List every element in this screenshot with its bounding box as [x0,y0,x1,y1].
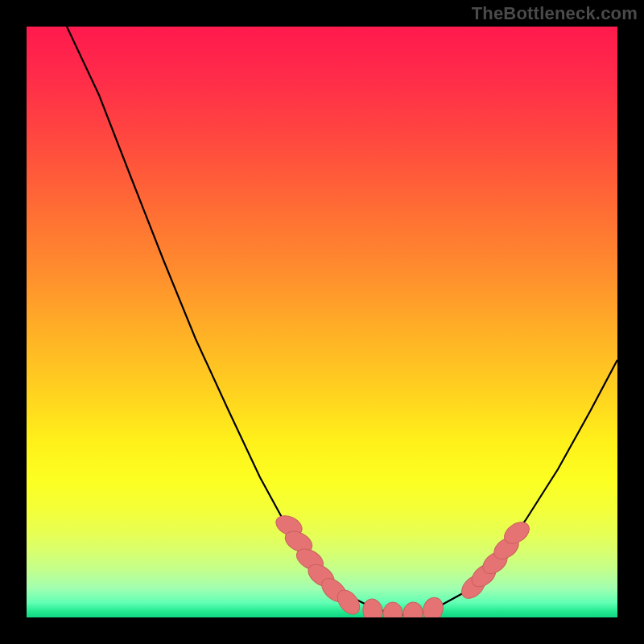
chart-frame: TheBottleneck.com [0,0,644,644]
chart-svg [27,27,617,617]
bottleneck-curve [67,27,617,615]
curve-marker [402,601,424,617]
plot-area [27,27,617,617]
curve-marker [420,595,446,617]
curve-marker [383,602,402,617]
watermark-text: TheBottleneck.com [472,3,638,24]
marker-group [273,512,533,617]
curve-marker [361,597,385,617]
